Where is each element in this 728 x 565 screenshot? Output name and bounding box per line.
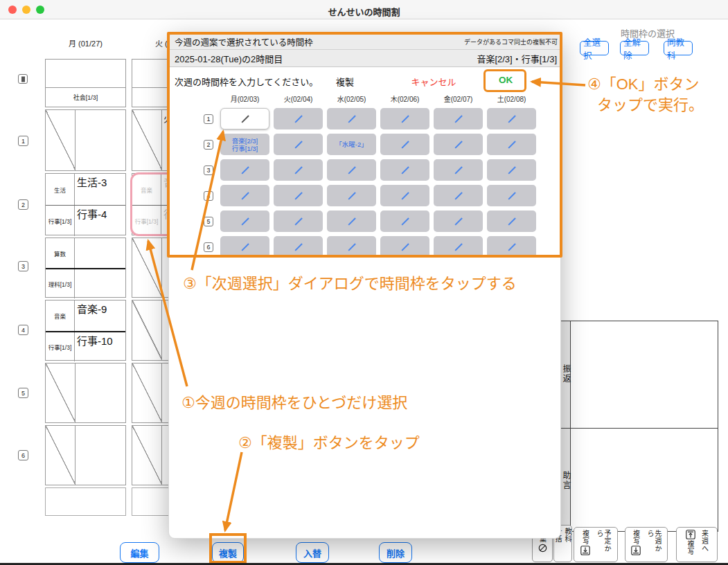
subject-label: 生活 [46,174,75,205]
next-week-grid: 月(02/03)火(02/04)水(02/05)木(02/06)金(02/07)… [201,93,536,258]
diagonal-line [46,110,76,170]
deselect-all-button[interactable]: 全解除 [620,41,649,55]
edit-button[interactable]: 編集 [120,542,159,563]
empty-slash-icon [294,192,302,199]
slot-cell-r4c5[interactable] [434,185,483,206]
button-column: 先週から [646,530,662,559]
empty-slash-icon [508,115,515,123]
slot-cell-r2c2[interactable] [274,134,323,155]
dialog-duplicate-button[interactable]: 複製 [336,75,354,88]
monday-header-cell[interactable]: 社会[1/3] [45,59,126,107]
empty-slash-icon [294,243,302,251]
monday-period1-cell[interactable] [45,109,126,171]
slot-cell-r6c6[interactable] [487,236,536,258]
slot-cell-r1c5[interactable] [434,108,483,129]
slot-cell-r4c2[interactable] [274,185,323,206]
slot-cell-r1c1[interactable] [220,108,269,129]
annotation-step2: ②「複製」ボタンをタップ [238,430,420,452]
select-all-button[interactable]: 全選択 [580,41,609,55]
monday-period5-cell[interactable] [45,363,126,423]
swap-button[interactable]: 入替 [296,542,329,563]
slot-cell-r2c6[interactable] [487,134,536,155]
slot-cell-r2c4[interactable] [380,134,429,155]
slot-cell-r3c2[interactable] [274,159,323,181]
slot-cell-r5c6[interactable] [487,210,536,232]
slot-cell-r2c5[interactable] [434,134,483,155]
subject-label: 行事[1/3] [46,332,75,361]
diagonal-line [46,426,76,485]
grid-day-header-5: 金(02/07) [434,93,483,104]
slot-cell-r6c3[interactable] [327,236,376,258]
slot-cell-r1c4[interactable] [380,108,429,129]
grid-day-header-3: 水(02/05) [327,93,376,104]
grid-period-label-3: 3 [204,165,213,175]
dialog-cancel-button[interactable]: キャンセル [411,75,456,88]
empty-slash-icon [241,115,249,123]
slot-cell-text: 「水曜-2」 [335,141,367,148]
slot-cell-r6c1[interactable] [220,236,269,258]
dialog-ok-button[interactable]: OK [499,75,513,85]
slot-cell-r3c3[interactable] [327,159,376,181]
slot-cell-r2c3[interactable]: 「水曜-2」 [327,134,376,155]
monday-period4-cell[interactable]: 音楽 音楽-9 行事[1/3] 行事-10 [45,300,126,361]
slot-cell-r6c5[interactable] [434,236,483,258]
empty-slash-icon [454,115,462,123]
slot-cell-r1c3[interactable] [327,108,376,129]
slot-cell-r4c3[interactable] [327,185,376,206]
empty-slash-icon [454,217,462,225]
lesson-title: 音楽-9 [77,301,107,316]
diagonal-line [46,364,76,422]
monday-footer-cell[interactable] [45,487,126,516]
empty-slash-icon [294,115,302,123]
slot-cell-r2c1[interactable]: 音楽[2/3]行事[1/3] [220,134,269,155]
slot-cell-r5c2[interactable] [274,210,323,232]
dialog-note: データがあるコマ同士の複製不可 [464,37,558,46]
monday-period2-cell[interactable]: 生活 生活-3 行事[1/3] 行事-4 [45,173,126,235]
slot-cell-r5c5[interactable] [434,210,483,232]
subject-label: 音楽 [132,174,161,205]
slot-cell-r6c4[interactable] [380,236,429,258]
empty-slash-icon [508,243,515,251]
title-bar: せんせいの時間割 [0,0,728,19]
grid-period-label-1: 1 [204,114,213,124]
slot-cell-r4c6[interactable] [487,185,536,206]
slot-cell-r6c2[interactable] [274,236,323,258]
dialog-selection-row: 2025-01-28(Tue)の2時間目 音楽[2/3]・行事[1/3] [169,50,562,67]
grid-period-label-4: 4 [204,191,213,201]
copy-from-plan-button[interactable]: 複写 予定から [574,527,618,562]
grid-period-label-2: 2 [204,140,213,150]
subject-label: 行事[1/3] [46,206,75,236]
same-subject-button[interactable]: 同教科 [664,41,693,55]
diagonal-line [132,301,162,360]
slot-cell-text: 音楽[2/3] [232,137,258,145]
empty-slash-icon [508,192,515,199]
slot-cell-r3c5[interactable] [434,159,483,181]
lesson-title: 行事-4 [77,206,107,221]
monday-note-cell: 社会[1/3] [46,87,125,107]
annotation-step4-line2: タップで実行。 [597,92,704,114]
slot-cell-r4c4[interactable] [380,185,429,206]
slot-cell-r3c1[interactable] [220,159,269,181]
slot-cell-r5c3[interactable] [327,210,376,232]
grid-corner [201,93,216,104]
copy-source-label: 先週から [646,530,662,559]
slot-cell-r1c2[interactable] [274,108,323,129]
empty-slash-icon [348,192,355,199]
delete-button[interactable]: 削除 [379,542,412,563]
slot-cell-r1c6[interactable] [487,108,536,129]
slot-cell-r5c1[interactable] [220,210,269,232]
empty-slash-icon [401,166,409,174]
slot-cell-r5c4[interactable] [380,210,429,232]
slot-cell-r3c6[interactable] [487,159,536,181]
slot-cell-r3c4[interactable] [380,159,429,181]
monday-period6-cell[interactable] [45,425,126,485]
monday-period3-cell[interactable]: 算数 理科[1/3] [45,237,126,298]
slot-cell-r4c1[interactable] [220,185,269,206]
duplicate-button[interactable]: 複製 [212,542,244,563]
empty-slash-icon [508,141,515,148]
copy-to-next-week-button[interactable]: 複写 来週へ [676,527,718,562]
empty-slash-icon [454,166,462,174]
copy-source-label: 予定から [596,530,611,559]
copy-from-last-week-button[interactable]: 複写 先週から [625,527,668,562]
subject-half: 生活 生活-3 [46,174,125,205]
